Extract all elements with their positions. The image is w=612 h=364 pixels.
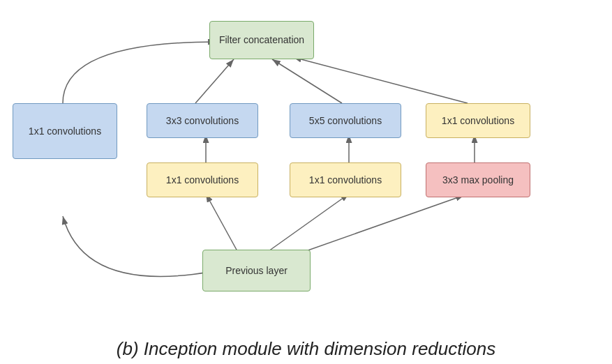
prev-layer-node: Previous layer — [202, 250, 311, 291]
diagram: Filter concatenation 3x3 convolutions 5x… — [0, 0, 612, 300]
svg-line-7 — [195, 59, 234, 103]
filter-concat-node: Filter concatenation — [209, 21, 314, 59]
conv1x1-side-node: 1x1 convolutions — [13, 103, 117, 159]
reduce1x1-right-node: 1x1 convolutions — [290, 162, 401, 197]
caption: (b) Inception module with dimension redu… — [0, 338, 612, 360]
svg-line-3 — [286, 195, 464, 258]
conv3x3-node: 3x3 convolutions — [147, 103, 258, 138]
svg-line-1 — [206, 194, 237, 251]
conv5x5-node: 5x5 convolutions — [290, 103, 401, 138]
conv1x1-top-right-node: 1x1 convolutions — [426, 103, 530, 138]
maxpool-node: 3x3 max pooling — [426, 162, 530, 197]
svg-line-2 — [269, 194, 349, 251]
reduce1x1-left-node: 1x1 convolutions — [147, 162, 258, 197]
svg-line-8 — [272, 59, 342, 103]
svg-line-9 — [293, 57, 468, 103]
